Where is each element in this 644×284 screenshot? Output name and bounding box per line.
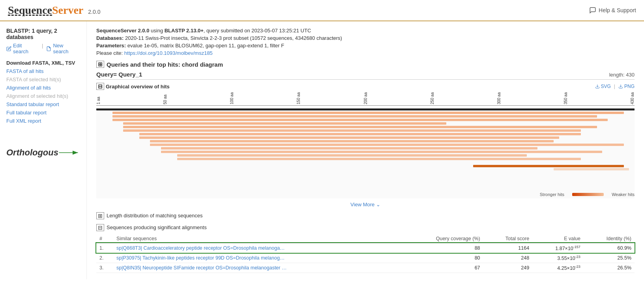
download-title: Download FASTA, XML, TSV [6, 60, 80, 66]
help-support-link[interactable]: Help & Support [589, 7, 636, 14]
axis-label-50: 50 aa [163, 92, 167, 105]
axis-label-300: 300 aa [497, 92, 501, 105]
sequences-table: # Similar sequences Query coverage (%) T… [96, 234, 635, 273]
help-label: Help & Support [599, 7, 636, 13]
download-icon-png [618, 84, 623, 89]
hit-bar-3 [112, 119, 608, 121]
sequenceserver-label: SequenceServer 2.0.0 [96, 28, 149, 34]
full-xml-link[interactable]: Full XML report [6, 118, 80, 124]
axis-label-430: 430 aa [630, 92, 635, 105]
axis-label-100: 100 aa [230, 92, 234, 105]
hit-link-3[interactable]: sp|Q8IN35| Neuropeptide SIFamide recepto… [116, 265, 286, 271]
alignment-all-link[interactable]: Alignment of all hits [6, 85, 80, 91]
content-area: SequenceServer 2.0.0 using BLASTP 2.13.0… [87, 21, 644, 279]
hit-bar-2 [112, 115, 597, 118]
length-dist-label: Length distribution of matching sequence… [107, 213, 203, 219]
length-dist-toggle[interactable]: ⊞ Length distribution of matching sequen… [96, 212, 635, 219]
row-link-3[interactable]: sp|Q8IN35| Neuropeptide SIFamide recepto… [113, 263, 401, 273]
row-num-3: 3. [96, 263, 113, 273]
hit-bar-8 [139, 136, 559, 139]
graphical-toggle-icon[interactable]: ⊟ [96, 83, 104, 90]
blast-title: BLASTP: 1 query, 2 databases [6, 28, 80, 40]
length-dist-icon[interactable]: ⊞ [96, 212, 104, 219]
hit-bar-13 [177, 154, 527, 157]
download-links: SVG | PNG [595, 84, 635, 89]
hit-bar-9 [150, 140, 554, 142]
fasta-all-link[interactable]: FASTA of all hits [6, 68, 80, 74]
orthologous-section: Orthologous [6, 148, 80, 158]
row-score-3: 249 [483, 263, 533, 273]
axis-label-200: 200 aa [363, 92, 368, 105]
logo-server: Server [52, 4, 83, 16]
hit-bars-area [96, 112, 635, 191]
download-icon-svg [595, 84, 600, 89]
main-layout: BLASTP: 1 query, 2 databases Edit search… [0, 21, 644, 279]
logo: SequenceServer [8, 4, 83, 17]
pencil-icon [6, 46, 11, 51]
cite-link[interactable]: https://doi.org/10.1093/molbev/msz185 [124, 50, 213, 56]
download-svg-link[interactable]: SVG [595, 84, 611, 89]
graphical-overview-header: ⊟ Graphical overview of hits SVG | PNG [96, 83, 635, 90]
fasta-selected-link: FASTA of selected hit(s) [6, 77, 80, 82]
full-tabular-link[interactable]: Full tabular report [6, 110, 80, 116]
sidebar: BLASTP: 1 query, 2 databases Edit search… [0, 21, 87, 279]
header-left: SequenceServer 2.0.0 [8, 4, 100, 17]
row-link-2[interactable]: sp|P30975| Tachykinin-like peptides rece… [113, 253, 401, 263]
blastp-version: BLASTP 2.13.0+ [165, 28, 204, 34]
axis-label-350: 350 aa [564, 92, 568, 105]
query-length: length: 430 [609, 72, 635, 78]
hit-bar-5 [123, 126, 597, 128]
table-row: 1.sp|Q868T3| Cardioacceleratory peptide … [96, 243, 635, 253]
evalue-exp-3: -23 [575, 265, 580, 269]
row-num-2: 2. [96, 253, 113, 263]
hit-bar-7 [139, 133, 580, 135]
download-png-link[interactable]: PNG [618, 84, 635, 89]
chat-icon [589, 7, 596, 14]
evalue-exp-1: -157 [573, 245, 580, 249]
new-search-link[interactable]: New search [46, 43, 80, 54]
chord-toggle-icon[interactable]: ⊞ [96, 61, 104, 68]
sequences-toggle-icon[interactable]: ⊟ [96, 224, 104, 231]
row-link-1[interactable]: sp|Q868T3| Cardioacceleratory peptide re… [113, 243, 401, 253]
hit-bar-weak [554, 168, 629, 170]
row-identity-3: 26.5% [584, 263, 635, 273]
axis-label-1: 1 aa [96, 92, 101, 105]
evalue-exp-2: -23 [575, 255, 580, 259]
hit-bar-10 [150, 144, 623, 146]
row-identity-1: 60.9% [584, 243, 635, 253]
row-evalue-3: 4.25×10-23 [532, 263, 584, 273]
hits-container: Stronger hits Weaker hits [96, 107, 635, 198]
query-bar [96, 108, 635, 110]
info-line-2: Databases: 2020-11 Swiss-Prot insecta, S… [96, 35, 635, 41]
row-score-2: 248 [483, 253, 533, 263]
query-header: Query= Query_1 length: 430 [96, 71, 635, 80]
sequences-toggle[interactable]: ⊟ Sequences producing significant alignm… [96, 224, 635, 231]
hit-bar-1 [112, 112, 624, 114]
hit-bar-11 [161, 147, 538, 149]
weaker-hits-label: Weaker hits [612, 192, 635, 197]
table-row: 2.sp|P30975| Tachykinin-like peptides re… [96, 253, 635, 263]
hit-link-2[interactable]: sp|P30975| Tachykinin-like peptides rece… [116, 255, 285, 261]
col-num: # [96, 234, 113, 243]
version-label: 2.0.0 [88, 9, 100, 15]
hit-bar-12 [161, 151, 602, 153]
hit-link-1[interactable]: sp|Q868T3| Cardioacceleratory peptide re… [116, 245, 285, 251]
parameters-label: Parameters: [96, 43, 126, 49]
edit-search-link[interactable]: Edit search [6, 43, 39, 54]
chord-label: Queries and their top hits: chord diagra… [107, 61, 223, 68]
parameters-value: evalue 1e-05, matrix BLOSUM62, gap-open … [127, 43, 284, 49]
hit-bar-14 [177, 158, 581, 160]
hit-bar-strong [473, 165, 624, 167]
table-row: 3.sp|Q8IN35| Neuropeptide SIFamide recep… [96, 263, 635, 273]
view-more-link[interactable]: View More ⌄ [96, 202, 635, 207]
axis-container: 1 aa 50 aa 100 aa 150 aa 200 aa 250 aa 3… [96, 92, 635, 106]
chord-toggle-section[interactable]: ⊞ Queries and their top hits: chord diag… [96, 61, 635, 68]
row-coverage-1: 88 [401, 243, 483, 253]
info-line-1-suffix: , query submitted on 2023-05-07 13:25:21… [204, 28, 311, 34]
row-identity-2: 25.5% [584, 253, 635, 263]
logo-sequence: Sequence [8, 4, 52, 16]
col-evalue: E value [532, 234, 584, 243]
graphical-title: ⊟ Graphical overview of hits [96, 83, 170, 90]
databases-label: Databases: [96, 35, 124, 41]
standard-report-link[interactable]: Standard tabular report [6, 101, 80, 107]
